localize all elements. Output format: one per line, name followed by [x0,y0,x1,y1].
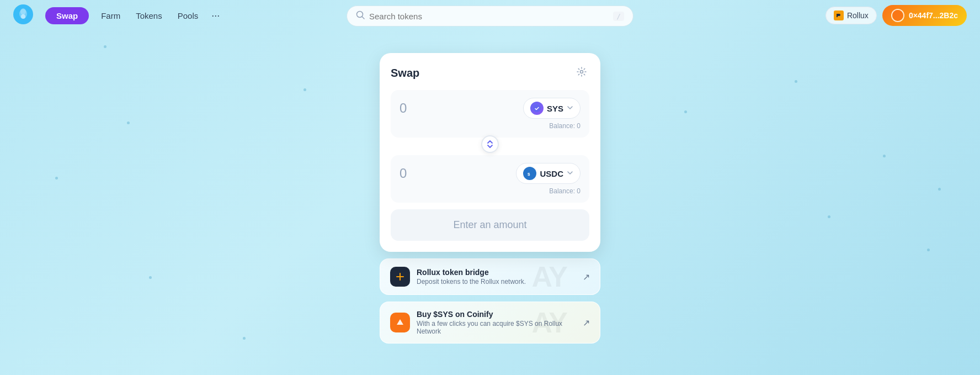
nav-right: Rollux 0×44f7...2B2c [825,5,967,26]
farm-nav-link[interactable]: Farm [93,7,128,24]
rollux-network-label: Rollux [847,11,869,20]
from-token-box-top: 0 [400,98,580,119]
svg-point-3 [20,8,26,15]
swap-direction-button[interactable] [481,135,499,153]
coinify-card-icon [390,313,410,332]
coinify-info-card[interactable]: AY Buy $SYS on Coinify With a few clicks… [380,302,600,344]
wallet-address-label: 0×44f7...2B2c [909,11,958,20]
svg-point-8 [580,71,583,73]
to-token-label: USDC [540,169,563,178]
swap-divider [391,138,589,153]
coinify-card-desc: With a few clicks you can acquire $SYS o… [417,320,583,335]
search-container: / [347,6,633,27]
to-amount[interactable]: 0 [400,166,407,181]
svg-point-7 [892,10,903,21]
coinify-card-title: Buy $SYS on Coinify [417,310,583,319]
wallet-avatar [891,9,904,22]
tokens-nav-link[interactable]: Tokens [128,7,170,24]
bridge-card-title: Rollux token bridge [417,268,526,277]
wallet-button[interactable]: 0×44f7...2B2c [882,5,967,26]
bridge-bg-text: AY [532,260,567,293]
from-token-selector[interactable]: SYS [523,98,580,119]
bridge-card-desc: Deposit tokens to the Rollux network. [417,278,526,286]
swap-card-title: Swap [391,67,419,80]
to-token-box: 0 $ USDC B [391,155,589,203]
swap-card: Swap 0 [380,53,600,252]
swap-nav-button[interactable]: Swap [45,7,89,24]
from-token-label: SYS [547,104,563,113]
from-amount[interactable]: 0 [400,101,407,116]
svg-point-2 [21,14,25,19]
coinify-card-text: Buy $SYS on Coinify With a few clicks yo… [417,310,583,335]
bridge-card-arrow-icon: ↗ [583,272,590,282]
search-bar: / [347,6,633,27]
to-token-chevron-icon [567,169,573,178]
bridge-card-text: Rollux token bridge Deposit tokens to th… [417,268,526,286]
svg-text:$: $ [528,172,530,177]
search-input[interactable] [369,12,609,21]
to-token-box-top: 0 $ USDC [400,163,580,184]
from-token-chevron-icon [567,104,573,113]
pools-nav-link[interactable]: Pools [170,7,206,24]
svg-point-9 [533,104,541,112]
enter-amount-button: Enter an amount [391,209,589,241]
from-balance: Balance: 0 [400,122,580,130]
main-content: Swap 0 [0,31,980,344]
bridge-card-icon [390,267,410,287]
svg-line-5 [362,17,364,19]
settings-button[interactable] [574,64,589,82]
bridge-info-card[interactable]: AY Rollux token bridge Deposit tokens to… [380,258,600,295]
search-icon [356,10,365,22]
swap-card-header: Swap [391,64,589,82]
coinify-card-left: Buy $SYS on Coinify With a few clicks yo… [390,310,583,335]
search-slash: / [613,12,624,21]
from-token-box: 0 [391,90,589,138]
coinify-card-arrow-icon: ↗ [583,318,590,328]
sys-token-icon [530,102,544,115]
rollux-network-badge[interactable]: Rollux [825,7,877,24]
bridge-card-left: Rollux token bridge Deposit tokens to th… [390,267,526,287]
usdc-token-icon: $ [523,167,536,180]
navbar: Swap Farm Tokens Pools ··· / Roll [0,0,980,31]
logo[interactable] [13,4,40,27]
more-nav-button[interactable]: ··· [206,6,225,25]
to-token-selector[interactable]: $ USDC [516,163,580,184]
to-balance: Balance: 0 [400,187,580,195]
rollux-network-icon [834,10,844,20]
